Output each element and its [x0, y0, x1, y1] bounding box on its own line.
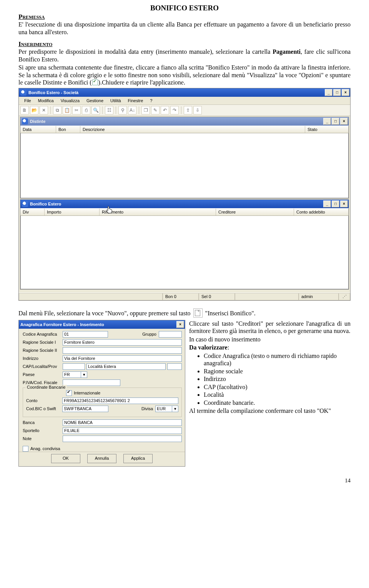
col-data[interactable]: Data: [20, 126, 56, 133]
inserimento-p1: Per predisporre le disposizioni in modal…: [18, 48, 351, 63]
list-item: Ragione sociale: [204, 368, 351, 375]
divisa-dropdown-icon[interactable]: ▾: [172, 406, 178, 412]
tb-open-icon[interactable]: 📂: [30, 106, 38, 114]
lbl-banca: Banca: [23, 420, 63, 425]
tb-group-icon[interactable]: ❐: [141, 106, 150, 114]
btn-ok[interactable]: OK: [51, 454, 80, 463]
paese-dropdown-icon[interactable]: ▾: [81, 371, 87, 378]
tb-paste-icon[interactable]: 📋: [63, 106, 71, 114]
input-indir[interactable]: [63, 355, 182, 362]
right-p2: In caso di nuovo inserimento: [189, 336, 351, 343]
input-localita[interactable]: [86, 363, 166, 370]
dlg-titlebar[interactable]: Anagrafica Fornitore Estero - Inseriment…: [19, 320, 185, 329]
distinte-list[interactable]: [20, 133, 349, 198]
resize-grip-icon[interactable]: ⋰: [339, 293, 350, 300]
tb-export-icon[interactable]: ⇪: [184, 106, 192, 114]
menu-file[interactable]: File: [21, 98, 34, 104]
input-rag1[interactable]: [63, 339, 182, 346]
list-item: Località: [204, 391, 351, 399]
tb-preview-icon[interactable]: 🔍: [91, 106, 100, 114]
maximize-button[interactable]: □: [333, 89, 341, 96]
distinte-max-button[interactable]: □: [332, 118, 339, 125]
input-note[interactable]: [63, 436, 182, 442]
input-sportello[interactable]: [63, 427, 182, 434]
col-div[interactable]: Div: [20, 209, 45, 215]
input-conto[interactable]: [62, 398, 178, 404]
lbl-sportello: Sportello: [23, 428, 63, 433]
col-cred[interactable]: Creditore: [216, 209, 294, 215]
col-bon[interactable]: Bon: [56, 126, 80, 133]
tb-delete-icon[interactable]: ✕: [40, 106, 48, 114]
chk-internazionale[interactable]: [66, 390, 72, 396]
lbl-paese: Paese: [23, 372, 63, 377]
toolbar: 🗎 📂 ✕ ⧉ 📋 ✂ ⎙ 🔍 ☷ ⚲ A↓ ❐ ✎ ↶ ↷ ⇪ ⇩: [19, 105, 350, 116]
lbl-note: Note: [23, 436, 63, 441]
bonifico-window: Bonifico Estero _ □ × Div Importo Riferi…: [20, 199, 349, 290]
lbl-gruppo: Gruppo: [142, 332, 156, 336]
input-paese[interactable]: [63, 371, 81, 378]
close-button[interactable]: ×: [342, 89, 349, 96]
instructions-column: Cliccare sul tasto "Creditori" per selez…: [189, 320, 351, 467]
menu-visualizza[interactable]: Visualizza: [58, 98, 83, 104]
tb-redo-icon[interactable]: ↷: [170, 106, 179, 114]
tb-new-icon[interactable]: 🗎: [20, 106, 29, 114]
distinte-min-button[interactable]: _: [323, 118, 331, 125]
col-importo[interactable]: Importo: [45, 209, 100, 215]
input-rag2[interactable]: [63, 347, 182, 354]
distinte-columns: Data Bon Descrizione Stato: [20, 126, 349, 133]
input-gruppo[interactable]: [159, 331, 182, 338]
tb-import-icon[interactable]: ⇩: [193, 106, 202, 114]
col-rifer[interactable]: Riferimento: [100, 209, 216, 215]
inserimento-p2: Si apre una schermata contenente due fin…: [18, 64, 351, 86]
col-stato[interactable]: Stato: [305, 126, 349, 133]
distinte-close-button[interactable]: ×: [340, 118, 348, 125]
input-banca[interactable]: [63, 419, 182, 426]
tb-sort-icon[interactable]: A↓: [128, 106, 136, 114]
page-number: 14: [18, 477, 351, 484]
input-divisa[interactable]: [155, 406, 172, 412]
bonifico-titlebar[interactable]: Bonifico Estero _ □ ×: [20, 200, 349, 208]
status-sel: Sel 0: [199, 293, 235, 300]
distinte-titlebar[interactable]: Distinte _ □ ×: [20, 117, 349, 126]
lbl-indir: Indirizzo: [23, 356, 63, 361]
tb-filter-icon[interactable]: ⚲: [118, 106, 127, 114]
menu-help[interactable]: ?: [147, 98, 155, 104]
col-conto[interactable]: Conto addebito: [294, 209, 349, 215]
bonifico-min-button[interactable]: _: [323, 200, 331, 207]
menu-gestione[interactable]: Gestione: [83, 98, 106, 104]
app-title: Bonifico Estero - Società: [28, 90, 78, 95]
tb-print-icon[interactable]: ⎙: [82, 106, 90, 114]
input-bic[interactable]: [62, 406, 108, 412]
menu-modifica[interactable]: Modifica: [35, 98, 57, 104]
input-cap[interactable]: [63, 363, 85, 370]
btn-applica[interactable]: Applica: [123, 454, 153, 463]
dlg-title: Anagrafica Fornitore Estero - Inseriment…: [20, 322, 104, 327]
right-p4: Al termine della compilazione confermare…: [189, 407, 351, 415]
lbl-piva: P.IVA/Cod. Fiscale: [23, 380, 63, 385]
input-codice[interactable]: [63, 331, 108, 338]
tb-props-icon[interactable]: ☷: [105, 106, 113, 114]
menu-finestre[interactable]: Finestre: [125, 98, 146, 104]
tb-copy-icon[interactable]: ⧉: [53, 106, 62, 114]
right-p1: Cliccare sul tasto "Creditori" per selez…: [189, 320, 351, 335]
input-piva[interactable]: [63, 379, 120, 386]
distinte-window: Distinte _ □ × Data Bon Descrizione Stat…: [20, 117, 349, 199]
bonifico-close-button[interactable]: ×: [340, 200, 348, 207]
btn-annulla[interactable]: Annulla: [87, 454, 116, 463]
app-window: Bonifico Estero - Società _ □ × File Mod…: [18, 88, 351, 301]
app-titlebar[interactable]: Bonifico Estero - Società _ □ ×: [19, 88, 350, 97]
input-prov[interactable]: [167, 363, 182, 370]
col-descr[interactable]: Descrizione: [80, 126, 305, 133]
tb-cut-icon[interactable]: ✂: [72, 106, 81, 114]
anagrafica-dialog: Anagrafica Fornitore Estero - Inseriment…: [18, 320, 185, 467]
menu-utilita[interactable]: Utilità: [107, 98, 124, 104]
dlg-close-button[interactable]: ×: [176, 321, 184, 328]
bonifico-list[interactable]: [20, 216, 349, 289]
premessa-heading: Premessa: [18, 13, 351, 21]
tb-undo-icon[interactable]: ↶: [161, 106, 169, 114]
lbl-conto: Conto: [26, 398, 62, 403]
bonifico-max-button[interactable]: □: [332, 200, 339, 207]
tb-edit-icon[interactable]: ✎: [151, 106, 160, 114]
minimize-button[interactable]: _: [325, 89, 332, 96]
chk-anag-condivisa[interactable]: [23, 446, 28, 452]
